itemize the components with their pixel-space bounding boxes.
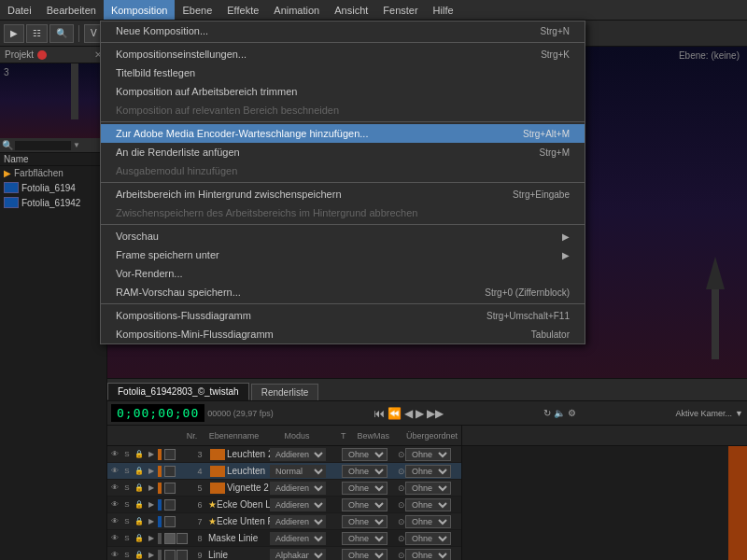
komposition-menu: Neue Komposition... Strg+N Kompositionse…	[100, 21, 585, 344]
menu-item-media-encoder[interactable]: Zur Adobe Media Encoder-Warteschlange hi…	[101, 124, 585, 143]
menu-shortcut: Strg+K	[541, 49, 570, 60]
menu-item-vorschau[interactable]: Vorschau ▶	[101, 227, 585, 245]
menu-item-label: Frame speichern unter	[116, 249, 562, 260]
menu-item-neue-komposition[interactable]: Neue Komposition... Strg+N	[101, 21, 585, 40]
menu-separator	[101, 42, 585, 43]
menu-item-label: RAM-Vorschau speichern...	[116, 287, 485, 298]
menu-item-label: Kompositions-Flussdiagramm	[116, 310, 486, 321]
menu-item-flussdiagramm[interactable]: Kompositions-Flussdiagramm Strg+Umschalt…	[101, 306, 585, 325]
menu-item-arbeitsbereich-cache[interactable]: Arbeitsbereich im Hintergrund zwischensp…	[101, 185, 585, 203]
menu-shortcut: Strg+Eingabe	[513, 189, 570, 200]
dropdown-overlay[interactable]: Neue Komposition... Strg+N Kompositionse…	[0, 0, 747, 560]
submenu-arrow-icon: ▶	[562, 250, 570, 260]
menu-item-settings[interactable]: Kompositionseinstellungen... Strg+K	[101, 45, 585, 63]
menu-item-renderliste[interactable]: An die Renderliste anfügen Strg+M	[101, 143, 585, 161]
menu-item-label: An die Renderliste anfügen	[116, 147, 539, 158]
menu-item-label: Komposition auf Arbeitsbereich trimmen	[116, 86, 570, 97]
menu-item-label: Zwischenspeichern des Arbeitsbereichs im…	[116, 207, 570, 218]
menu-item-label: Zur Adobe Media Encoder-Warteschlange hi…	[116, 128, 523, 139]
menu-item-vorrendern[interactable]: Vor-Rendern...	[101, 264, 585, 283]
menu-item-frame-speichern[interactable]: Frame speichern unter ▶	[101, 245, 585, 264]
menu-item-label: Vorschau	[116, 231, 562, 242]
menu-shortcut: Strg+Alt+M	[523, 129, 570, 139]
menu-shortcut: Strg+Umschalt+F11	[486, 311, 570, 321]
menu-item-cache-abbrechen: Zwischenspeichern des Arbeitsbereichs im…	[101, 203, 585, 222]
submenu-arrow-icon: ▶	[562, 231, 570, 242]
menu-item-label: Titelbild festlegen	[116, 67, 570, 78]
menu-item-label: Komposition auf relevanten Bereich besch…	[116, 105, 570, 116]
menu-item-label: Neue Komposition...	[116, 25, 541, 36]
menu-item-titelbild[interactable]: Titelbild festlegen	[101, 63, 585, 82]
menu-item-ausgabe: Ausgabemodul hinzufügen	[101, 161, 585, 180]
menu-shortcut: Strg+M	[539, 147, 570, 158]
menu-item-label: Vor-Rendern...	[116, 268, 570, 279]
menu-item-trim[interactable]: Komposition auf Arbeitsbereich trimmen	[101, 82, 585, 101]
menu-item-label: Kompositionseinstellungen...	[116, 49, 541, 60]
menu-item-beschneiden: Komposition auf relevanten Bereich besch…	[101, 101, 585, 119]
menu-shortcut: Tabulator	[531, 329, 570, 340]
menu-separator	[101, 224, 585, 225]
menu-separator	[101, 303, 585, 304]
menu-item-label: Kompositions-Mini-Flussdiagramm	[116, 329, 531, 340]
menu-shortcut: Strg+N	[541, 26, 570, 36]
menu-shortcut: Strg+0 (Ziffernblock)	[485, 287, 570, 298]
menu-separator	[101, 182, 585, 183]
menu-item-mini-flussdiagramm[interactable]: Kompositions-Mini-Flussdiagramm Tabulato…	[101, 325, 585, 343]
menu-item-ram-vorschau[interactable]: RAM-Vorschau speichern... Strg+0 (Ziffer…	[101, 283, 585, 301]
menu-separator	[101, 121, 585, 122]
menu-item-label: Arbeitsbereich im Hintergrund zwischensp…	[116, 189, 513, 200]
menu-item-label: Ausgabemodul hinzufügen	[116, 165, 570, 176]
